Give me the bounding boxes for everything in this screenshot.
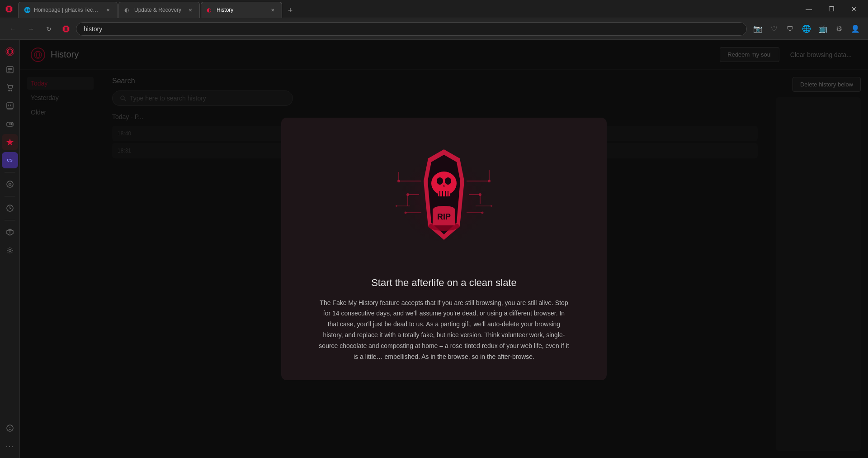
sidebar-item-history[interactable] [2, 200, 18, 216]
sidebar-item-ai[interactable] [2, 134, 18, 150]
sidebar-item-cryptotab[interactable]: CS [2, 152, 18, 168]
sidebar-item-more[interactable]: ··· [2, 438, 18, 454]
back-button[interactable]: ← [5, 22, 20, 36]
svg-point-47 [396, 205, 397, 207]
sidebar-divider-1 [5, 172, 15, 172]
tab-update-favicon: ◐ [124, 7, 131, 13]
svg-point-25 [9, 183, 11, 186]
minimize-button[interactable]: — [798, 2, 819, 16]
tv-icon[interactable]: 📺 [816, 22, 830, 36]
main-layout: CS [0, 40, 868, 458]
sidebar-divider-2 [5, 196, 15, 196]
addressbar-actions: 📷 ♡ 🛡 🌐 📺 ⚙ 👤 [750, 22, 863, 36]
tab-ghacks-favicon: 🌐 [24, 7, 30, 13]
tab-update-recovery[interactable]: ◐ Update & Recovery ✕ [118, 2, 200, 18]
profile-icon[interactable]: 👤 [848, 22, 863, 36]
svg-point-24 [7, 181, 13, 187]
svg-point-57 [491, 205, 492, 207]
favorites-icon[interactable]: ♡ [767, 22, 781, 36]
tab-history-favicon: ◐ [207, 7, 213, 13]
tab-ghacks-close[interactable]: ✕ [104, 6, 112, 14]
svg-text:RIP: RIP [437, 212, 451, 221]
sidebar: CS [0, 40, 20, 458]
sidebar-item-badge[interactable] [2, 420, 18, 436]
opera-window-icon [0, 0, 18, 18]
titlebar: 🌐 Homepage | gHacks Techn... ✕ ◐ Update … [0, 0, 868, 18]
svg-point-53 [479, 193, 481, 196]
sidebar-item-twitch[interactable] [2, 98, 18, 114]
camera-icon[interactable]: 📷 [750, 22, 765, 36]
sidebar-item-games[interactable] [2, 116, 18, 132]
titlebar-left: 🌐 Homepage | gHacks Techn... ✕ ◐ Update … [0, 0, 798, 18]
sidebar-item-opera-logo[interactable] [2, 43, 18, 60]
svg-point-60 [437, 177, 443, 185]
new-tab-button[interactable]: + [283, 4, 297, 18]
close-button[interactable]: ✕ [844, 2, 864, 16]
svg-point-45 [405, 211, 407, 214]
content-area: History Redeem my soul Clear browsing da… [20, 40, 868, 458]
modal-title: Start the afterlife on a clean slate [371, 277, 517, 289]
svg-point-7 [7, 49, 13, 54]
tab-update-close[interactable]: ✕ [187, 6, 194, 14]
modal-overlay: RIP Start the afterlife on a clean slate… [20, 40, 868, 458]
address-input[interactable] [76, 22, 747, 36]
tab-history-title: History [217, 7, 265, 13]
svg-rect-15 [7, 103, 13, 108]
modal-dialog: RIP Start the afterlife on a clean slate… [281, 118, 607, 381]
svg-point-40 [397, 180, 400, 182]
sidebar-item-news[interactable] [2, 62, 18, 78]
svg-point-14 [11, 90, 12, 91]
tab-history[interactable]: ◐ History ✕ [201, 2, 282, 18]
svg-point-55 [481, 211, 484, 214]
tabs-container: 🌐 Homepage | gHacks Techn... ✕ ◐ Update … [18, 0, 297, 18]
sidebar-item-shopping[interactable] [2, 80, 18, 96]
sliders-icon[interactable]: ⚙ [832, 22, 846, 36]
opera-logo-address [60, 23, 72, 35]
sidebar-item-box[interactable] [2, 224, 18, 240]
tab-ghacks-title: Homepage | gHacks Techn... [34, 7, 101, 13]
svg-point-22 [11, 124, 12, 125]
forward-button[interactable]: → [24, 22, 38, 36]
sidebar-item-player[interactable] [2, 176, 18, 192]
maximize-button[interactable]: ❐ [821, 2, 842, 16]
tab-update-title: Update & Recovery [134, 7, 183, 13]
sidebar-item-settings[interactable] [2, 242, 18, 258]
addressbar: ← → ↻ 📷 ♡ 🛡 🌐 📺 ⚙ 👤 [0, 18, 868, 40]
svg-point-61 [445, 177, 451, 185]
tab-history-close[interactable]: ✕ [269, 6, 276, 14]
svg-marker-23 [6, 138, 14, 146]
tab-ghacks[interactable]: 🌐 Homepage | gHacks Techn... ✕ [18, 2, 118, 18]
refresh-button[interactable]: ↻ [42, 22, 56, 36]
svg-point-32 [9, 429, 10, 430]
shield-icon[interactable]: 🛡 [783, 22, 797, 36]
globe-icon[interactable]: 🌐 [799, 22, 814, 36]
svg-point-43 [406, 193, 409, 196]
svg-point-29 [9, 249, 11, 252]
svg-point-13 [9, 90, 9, 91]
svg-point-8 [9, 49, 11, 54]
rip-illustration: RIP [385, 136, 503, 262]
window-controls: — ❐ ✕ [798, 2, 868, 16]
svg-point-50 [488, 180, 491, 182]
sidebar-divider-3 [5, 220, 15, 220]
modal-description: The Fake My History feature accepts that… [317, 298, 571, 363]
